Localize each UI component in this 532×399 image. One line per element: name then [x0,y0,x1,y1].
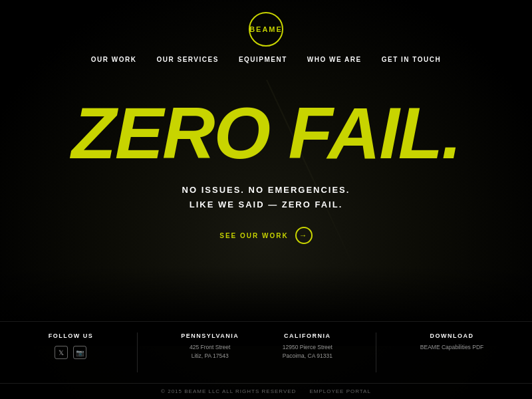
footer-pennsylvania: PENNSYLVANIA 425 Front Street Litiz, PA … [181,332,239,360]
nav-who-we-are[interactable]: WHO WE ARE [307,56,362,63]
hero-subtitle-line2: LIKE WE SAID — ZERO FAIL. [190,200,343,209]
footer-main: FOLLOW US 𝕏 📷 PENNSYLVANIA 425 Front Str… [0,322,532,384]
ca-address-line2: Pacoima, CA 91331 [283,352,332,359]
ca-heading: CALIFORNIA [284,332,331,339]
cta-label: SEE OUR WORK [219,232,288,239]
pa-address: 425 Front Street Litiz, PA 17543 [190,343,230,360]
logo-text: BEAME [249,25,283,33]
nav-equipment[interactable]: EQUIPMENT [239,56,287,63]
download-heading: DOWNLOAD [430,332,474,339]
cta-see-our-work[interactable]: SEE OUR WORK → [219,227,312,244]
ca-address: 12950 Pierce Street Pacoima, CA 91331 [283,343,332,360]
footer-download: DOWNLOAD BEAME Capabilities PDF [420,332,483,352]
hero-section: ZERO FAIL. NO ISSUES. NO EMERGENCIES. LI… [0,96,532,244]
hero-title: ZERO FAIL. [72,96,461,170]
pa-heading: PENNSYLVANIA [181,332,239,339]
ca-address-line1: 12950 Pierce Street [283,344,332,350]
download-pdf-link[interactable]: BEAME Capabilities PDF [420,343,483,352]
instagram-icon[interactable]: 📷 [73,346,86,359]
main-nav: OUR WORK OUR SERVICES EQUIPMENT WHO WE A… [91,56,441,63]
footer-divider-1 [137,332,138,372]
footer-follow-us: FOLLOW US 𝕏 📷 [49,332,94,359]
copyright-text: © 2015 BEAME LLC ALL RIGHTS RESERVED [161,388,296,394]
cta-arrow-icon: → [295,227,313,244]
hero-subtitle: NO ISSUES. NO EMERGENCIES. LIKE WE SAID … [182,183,350,212]
site-header: BEAME OUR WORK OUR SERVICES EQUIPMENT WH… [0,0,532,63]
pa-address-line2: Litiz, PA 17543 [192,352,229,359]
nav-get-in-touch[interactable]: GET IN TOUCH [382,56,441,63]
nav-our-work[interactable]: OUR WORK [91,56,137,63]
employee-portal-link[interactable]: EMPLOYEE PORTAL [309,388,371,394]
social-icons-container: 𝕏 📷 [55,346,86,359]
footer-california: CALIFORNIA 12950 Pierce Street Pacoima, … [283,332,332,360]
twitter-icon[interactable]: 𝕏 [55,346,68,359]
site-footer: FOLLOW US 𝕏 📷 PENNSYLVANIA 425 Front Str… [0,321,532,399]
hero-subtitle-line1: NO ISSUES. NO EMERGENCIES. [182,185,350,195]
logo-circle[interactable]: BEAME [249,12,283,47]
pa-address-line1: 425 Front Street [190,344,230,350]
nav-our-services[interactable]: OUR SERVICES [156,56,218,63]
footer-divider-2 [376,332,376,372]
footer-bottom: © 2015 BEAME LLC ALL RIGHTS RESERVED EMP… [0,384,532,399]
follow-us-heading: FOLLOW US [49,332,94,339]
